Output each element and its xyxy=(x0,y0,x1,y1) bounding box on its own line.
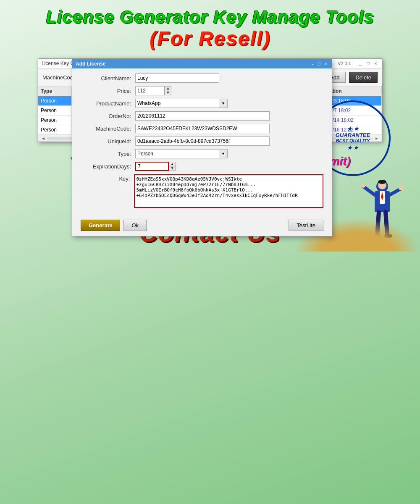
price-up[interactable]: ▲ xyxy=(165,87,171,91)
header: License Generator Key Manage Tools (For … xyxy=(0,0,420,54)
generate-button[interactable]: Generate xyxy=(81,220,120,231)
price-label: Price: xyxy=(81,88,135,94)
dialog-controls: - □ × xyxy=(310,61,328,66)
product-name-label: ProductName: xyxy=(81,100,135,107)
svg-point-2 xyxy=(378,180,386,184)
unique-id-row: UniqueId: xyxy=(81,136,323,146)
dialog-maximize[interactable]: □ xyxy=(316,61,322,66)
expiration-days-row: ExpirationDays: ▲ ▼ xyxy=(81,162,323,171)
price-row: Price: ▲ ▼ xyxy=(81,86,323,95)
dialog-minimize[interactable]: - xyxy=(310,61,315,66)
order-no-label: OrderNo: xyxy=(81,113,135,119)
dialog-close[interactable]: × xyxy=(323,61,328,66)
machine-code-row: MachineCode: xyxy=(81,124,323,133)
price-down[interactable]: ▼ xyxy=(165,91,171,95)
type-input[interactable] xyxy=(135,149,219,158)
type-dropdown[interactable]: ▼ xyxy=(219,149,228,158)
type-combo: ▼ xyxy=(135,149,228,158)
expiration-days-down[interactable]: ▼ xyxy=(169,167,175,171)
header-title-sub: (For Resell) xyxy=(8,27,412,50)
order-no-input[interactable] xyxy=(135,111,270,121)
key-row: Key: 0sHHZEaS5xxVOQp43KD8qAz05VJV0vcjWSI… xyxy=(81,174,323,208)
product-name-dropdown[interactable]: ▼ xyxy=(219,99,228,108)
svg-point-9 xyxy=(361,184,365,188)
product-name-input[interactable] xyxy=(135,99,219,108)
add-license-dialog: Add License - □ × ClientName: xyxy=(72,59,332,236)
expiration-days-spinner: ▲ ▼ xyxy=(135,162,176,171)
client-name-input[interactable] xyxy=(135,74,219,83)
dialog-titlebar: Add License - □ × xyxy=(72,59,332,68)
client-name-row: ClientName: xyxy=(81,74,323,83)
screenshot-wrapper: License Key Generator Tools V2.0.1 _ □ ×… xyxy=(38,58,382,142)
order-no-row: OrderNo: xyxy=(81,111,323,121)
client-name-label: ClientName: xyxy=(81,75,135,81)
expiration-days-up[interactable]: ▲ xyxy=(169,162,175,167)
machine-code-field[interactable] xyxy=(135,124,270,133)
type-row: Type: ▼ xyxy=(81,149,323,158)
dialog-body: ClientName: Price: ▲ ▼ xyxy=(72,68,332,216)
price-spinner: ▲ ▼ xyxy=(135,86,171,95)
unique-id-label: UniqueId: xyxy=(81,138,135,144)
expiration-days-input[interactable] xyxy=(135,162,169,171)
product-name-combo: ▼ xyxy=(135,99,228,108)
machine-code-field-label: MachineCode: xyxy=(81,126,135,132)
header-title-main: License Generator Key Manage Tools xyxy=(8,8,412,27)
price-arrows: ▲ ▼ xyxy=(165,86,171,95)
ok-button[interactable]: Ok xyxy=(123,220,147,231)
price-input[interactable] xyxy=(135,86,165,95)
unique-id-input[interactable] xyxy=(135,136,270,146)
type-label: Type: xyxy=(81,151,135,157)
expiration-days-arrows: ▲ ▼ xyxy=(169,162,176,171)
dialog-overlay: Add License - □ × ClientName: xyxy=(38,59,382,142)
dialog-footer: Generate Ok TestLite xyxy=(72,216,332,236)
dialog-title: Add License xyxy=(76,61,105,67)
svg-line-6 xyxy=(363,186,375,195)
product-name-row: ProductName: ▼ xyxy=(81,99,323,108)
key-textarea[interactable]: 0sHHZEaS5xxVOQp43KD8qAz05VJV0vcjWSIkte +… xyxy=(134,174,323,208)
app-window: License Key Generator Tools V2.0.1 _ □ ×… xyxy=(38,58,382,142)
expiration-days-label: ExpirationDays: xyxy=(81,163,135,170)
key-label: Key: xyxy=(81,176,134,182)
testlite-button[interactable]: TestLite xyxy=(289,220,323,231)
